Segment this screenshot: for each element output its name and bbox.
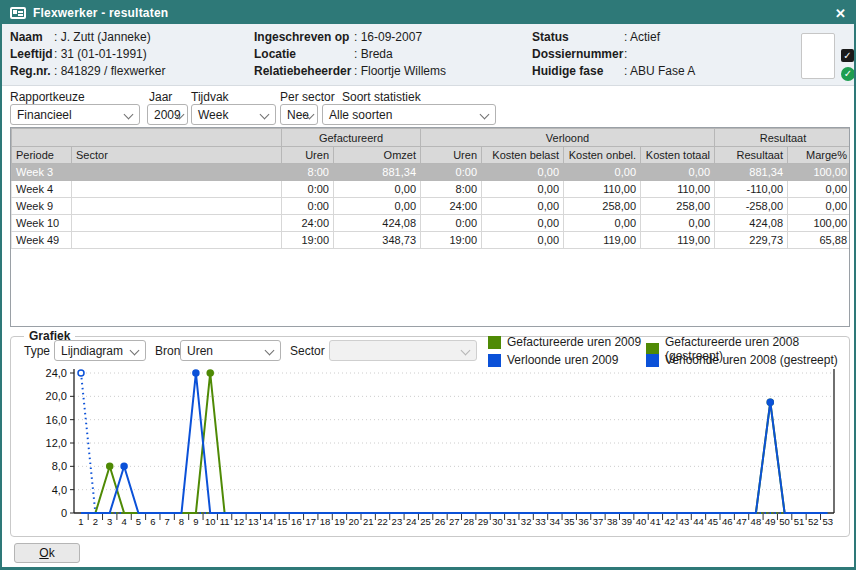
chevron-down-icon bbox=[461, 346, 471, 356]
soort-statistiek-select[interactable]: Alle soorten bbox=[322, 104, 496, 125]
table-row[interactable]: Week 38:00881,340:000,000,000,00881,3410… bbox=[12, 164, 851, 181]
group-header-row: GefactureerdVerloondResultaat bbox=[12, 129, 851, 147]
field-value: 16-09-2007 bbox=[354, 30, 422, 44]
svg-text:19: 19 bbox=[334, 516, 345, 527]
value-cell: 0,00 bbox=[641, 164, 715, 181]
ok-button[interactable]: Ok bbox=[14, 543, 80, 563]
value-cell: 424,08 bbox=[334, 215, 421, 232]
svg-text:47: 47 bbox=[736, 516, 747, 527]
value-cell: 0,00 bbox=[641, 215, 715, 232]
periode-cell: Week 49 bbox=[12, 232, 72, 249]
chevron-down-icon bbox=[130, 346, 140, 356]
status-ok-icon: ✓ bbox=[841, 67, 855, 81]
svg-text:9: 9 bbox=[193, 516, 198, 527]
value-cell: 0,00 bbox=[482, 164, 564, 181]
svg-text:18: 18 bbox=[320, 516, 331, 527]
group-header-cell bbox=[12, 129, 282, 147]
table-row[interactable]: Week 90:000,0024:000,00258,00258,00-258,… bbox=[12, 198, 851, 215]
line-chart: 04,08,012,016,020,024,012345678910111213… bbox=[8, 364, 852, 534]
value-cell: 119,00 bbox=[641, 232, 715, 249]
svg-text:8,0: 8,0 bbox=[52, 460, 67, 472]
svg-text:30: 30 bbox=[492, 516, 503, 527]
value-cell: 65,88 bbox=[788, 232, 850, 249]
data-point-marker bbox=[767, 399, 773, 405]
sector-cell bbox=[72, 232, 282, 249]
value-cell: 110,00 bbox=[641, 181, 715, 198]
table-row[interactable]: Week 4919:00348,7319:000,00119,00119,002… bbox=[12, 232, 851, 249]
value-cell: 881,34 bbox=[715, 164, 788, 181]
data-point-marker bbox=[121, 463, 127, 469]
value-cell: 8:00 bbox=[282, 164, 334, 181]
column-header-row: PeriodeSectorUrenOmzetUrenKosten belastK… bbox=[12, 147, 851, 164]
filter-label: Per sector bbox=[280, 90, 335, 104]
svg-text:22: 22 bbox=[377, 516, 388, 527]
value-cell: 0,00 bbox=[334, 198, 421, 215]
field-value: ABU Fase A bbox=[624, 64, 695, 78]
svg-text:48: 48 bbox=[751, 516, 762, 527]
close-icon[interactable]: ✕ bbox=[835, 7, 846, 20]
tijdvak-select[interactable]: Week bbox=[191, 104, 276, 125]
value-cell: 24:00 bbox=[421, 198, 482, 215]
svg-text:53: 53 bbox=[822, 516, 833, 527]
per-sector-select[interactable]: Nee bbox=[280, 104, 318, 125]
svg-text:12: 12 bbox=[234, 516, 245, 527]
type-select[interactable]: Lijndiagram bbox=[54, 340, 146, 361]
value-cell: 0,00 bbox=[564, 164, 641, 181]
filter-label: Rapportkeuze bbox=[10, 90, 85, 104]
selected-checkbox[interactable]: ✓ bbox=[841, 49, 854, 62]
data-point-marker bbox=[107, 463, 113, 469]
svg-text:29: 29 bbox=[478, 516, 489, 527]
table-row[interactable]: Week 1024:00424,080:000,000,000,00424,08… bbox=[12, 215, 851, 232]
window-title: Flexwerker - resultaten bbox=[33, 6, 168, 20]
value-cell: 19:00 bbox=[421, 232, 482, 249]
results-table-container: GefactureerdVerloondResultaatPeriodeSect… bbox=[10, 127, 850, 327]
value-cell: 0,00 bbox=[482, 232, 564, 249]
value-cell: 100,00 bbox=[788, 164, 850, 181]
column-header-cell: Resultaat bbox=[715, 147, 788, 164]
svg-text:35: 35 bbox=[564, 516, 575, 527]
bron-select[interactable]: Uren bbox=[180, 340, 281, 361]
svg-text:26: 26 bbox=[435, 516, 446, 527]
sector-cell bbox=[72, 215, 282, 232]
sector-select[interactable] bbox=[329, 340, 477, 361]
svg-text:45: 45 bbox=[708, 516, 719, 527]
filter-label: Tijdvak bbox=[191, 90, 229, 104]
svg-text:16: 16 bbox=[291, 516, 302, 527]
column-header-cell: Uren bbox=[421, 147, 482, 164]
svg-text:37: 37 bbox=[593, 516, 604, 527]
legend-swatch bbox=[488, 336, 501, 349]
sector-cell bbox=[72, 181, 282, 198]
photo-placeholder bbox=[801, 33, 835, 79]
svg-text:40: 40 bbox=[636, 516, 647, 527]
svg-text:33: 33 bbox=[535, 516, 546, 527]
value-cell: 110,00 bbox=[564, 181, 641, 198]
column-header-cell: Kosten onbel. bbox=[564, 147, 641, 164]
svg-text:44: 44 bbox=[693, 516, 704, 527]
value-cell: 100,00 bbox=[788, 215, 850, 232]
chevron-down-icon bbox=[480, 110, 490, 120]
svg-text:27: 27 bbox=[449, 516, 460, 527]
column-header-cell: Marge% bbox=[788, 147, 850, 164]
periode-cell: Week 3 bbox=[12, 164, 72, 181]
bron-label: Bron bbox=[155, 344, 180, 358]
group-header-cell: Gefactureerd bbox=[282, 129, 421, 147]
svg-text:11: 11 bbox=[220, 516, 230, 527]
value-cell: 0:00 bbox=[282, 198, 334, 215]
field-label: Huidige fase bbox=[532, 64, 603, 78]
svg-text:43: 43 bbox=[679, 516, 690, 527]
svg-text:2: 2 bbox=[93, 516, 98, 527]
periode-cell: Week 10 bbox=[12, 215, 72, 232]
svg-text:20: 20 bbox=[349, 516, 360, 527]
svg-text:1: 1 bbox=[78, 516, 83, 527]
data-point-marker bbox=[207, 370, 213, 376]
svg-text:4: 4 bbox=[121, 516, 126, 527]
type-label: Type bbox=[24, 344, 50, 358]
group-header-cell: Verloond bbox=[421, 129, 715, 147]
table-row[interactable]: Week 40:000,008:000,00110,00110,00-110,0… bbox=[12, 181, 851, 198]
legend-label: Gefactureerde uren 2009 bbox=[507, 335, 641, 349]
value-cell: 0,00 bbox=[334, 181, 421, 198]
rapportkeuze-select[interactable]: Financieel bbox=[10, 104, 140, 125]
jaar-select[interactable]: 2009 bbox=[147, 104, 188, 125]
svg-text:10: 10 bbox=[205, 516, 216, 527]
svg-text:16,0: 16,0 bbox=[46, 414, 67, 426]
